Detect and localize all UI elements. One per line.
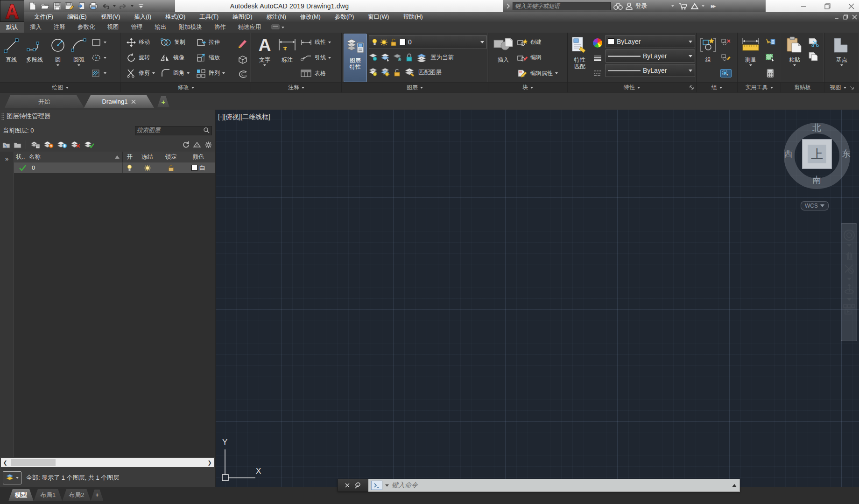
toggle-override-icon[interactable] — [193, 141, 201, 148]
menu-dimension[interactable]: 标注(N) — [260, 12, 293, 22]
open-file-icon[interactable] — [40, 1, 49, 11]
ribbon-tab-manage[interactable]: 管理 — [125, 22, 149, 33]
layer-unlock-icon[interactable] — [393, 68, 401, 77]
layer-thaw-icon[interactable] — [381, 68, 390, 77]
rectangle-button[interactable] — [90, 35, 114, 50]
signin-label[interactable]: 登录 — [635, 2, 647, 10]
refresh-icon[interactable] — [182, 141, 190, 148]
command-customize-icon[interactable] — [354, 482, 361, 489]
nav-wheel-dropdown[interactable] — [847, 244, 852, 247]
layer-combo[interactable]: 0 — [369, 35, 487, 49]
menu-edit[interactable]: 编辑(E) — [60, 12, 94, 22]
column-freeze[interactable]: 冻结 — [136, 153, 158, 161]
view-dialog-launcher[interactable] — [850, 85, 854, 90]
save-icon[interactable] — [52, 1, 62, 11]
edit-block-button[interactable]: 编辑 — [515, 50, 564, 65]
palette-hscrollbar[interactable]: ❮❯ — [0, 457, 215, 468]
new-group-filter-icon[interactable] — [14, 141, 21, 148]
ribbon-tab-home[interactable]: 默认 — [0, 22, 24, 33]
redo-icon[interactable] — [119, 1, 128, 11]
command-recent-dropdown[interactable] — [385, 484, 389, 487]
panel-label-block[interactable]: 块 — [488, 82, 567, 92]
command-history-toggle[interactable] — [732, 482, 737, 487]
layer-off-icon[interactable] — [369, 53, 378, 62]
erase-button[interactable] — [237, 38, 248, 48]
scroll-thumb[interactable] — [11, 459, 56, 466]
close-button[interactable] — [848, 3, 854, 9]
layer-freeze-small-icon[interactable] — [393, 53, 402, 62]
doc-minimize-button[interactable] — [834, 14, 839, 20]
insert-button[interactable]: 插入 — [491, 34, 515, 82]
arc-button[interactable]: 圆弧 — [68, 34, 90, 82]
layout2-tab[interactable]: 布局2 — [62, 489, 91, 501]
app-store-cart-icon[interactable] — [679, 3, 688, 10]
viewcube-north[interactable]: 北 — [812, 122, 821, 134]
viewcube-east[interactable]: 东 — [842, 148, 851, 160]
ribbon-tab-output[interactable]: 输出 — [149, 22, 173, 33]
group-button[interactable]: 组 — [698, 34, 718, 82]
panel-label-groups[interactable]: 组 — [697, 82, 737, 92]
measure-dropdown[interactable] — [749, 64, 752, 68]
menu-draw[interactable]: 绘图(D) — [225, 12, 259, 22]
navigation-bar[interactable] — [841, 223, 857, 341]
layer-properties-button[interactable]: 图层 特性 — [344, 34, 367, 82]
panel-label-utilities[interactable]: 实用工具 — [738, 82, 781, 92]
nav-orbit-dropdown[interactable] — [847, 298, 852, 301]
panel-label-clipboard[interactable]: 剪贴板 — [781, 82, 824, 92]
scale-button[interactable]: 缩放 — [195, 50, 236, 65]
layer-lock-small-icon[interactable] — [405, 53, 414, 62]
restore-button[interactable] — [824, 3, 831, 9]
delete-layer-icon[interactable] — [70, 141, 81, 148]
ribbon-tab-featured[interactable]: 精选应用 — [232, 22, 268, 33]
polyline-button[interactable]: 多段线 — [21, 34, 48, 82]
command-prompt-icon[interactable] — [371, 481, 382, 490]
column-name[interactable]: 名称 — [29, 153, 122, 161]
base-view-dropdown[interactable] — [840, 64, 843, 68]
layer-row-0[interactable]: 0 白 — [14, 162, 215, 173]
layer-freeze-toggle[interactable] — [136, 164, 158, 172]
layer-search-input[interactable]: 搜索图层 — [135, 126, 212, 135]
group-edit-icon[interactable] — [721, 54, 731, 61]
ribbon-display-toggle[interactable] — [271, 22, 284, 33]
invert-filter-icon[interactable] — [3, 471, 21, 484]
menu-modify[interactable]: 修改(M) — [293, 12, 328, 22]
menu-tools[interactable]: 工具(T) — [192, 12, 225, 22]
offset-button[interactable] — [237, 70, 248, 78]
file-tab-drawing1[interactable]: Drawing1 — [84, 95, 154, 108]
fillet-button[interactable]: 圆角 — [159, 66, 194, 81]
ucs-icon[interactable]: Y X — [216, 436, 272, 483]
app-logo[interactable] — [0, 0, 24, 22]
layer-name[interactable]: 0 — [29, 164, 122, 171]
copy-button[interactable]: 复制 — [159, 35, 194, 50]
command-line[interactable]: 键入命令 — [338, 479, 740, 492]
wcs-menu[interactable]: WCS — [801, 201, 829, 210]
doc-restore-button[interactable] — [843, 14, 848, 20]
signin-dropdown[interactable] — [671, 5, 674, 8]
command-line-grip[interactable] — [338, 479, 368, 492]
quick-select-icon[interactable] — [765, 38, 776, 46]
color-wheel-icon[interactable] — [593, 38, 602, 48]
help-search-input[interactable]: 键入关键字或短语 — [513, 2, 611, 10]
panel-label-annotate[interactable]: 注释 — [251, 82, 341, 92]
column-on[interactable]: 开 — [123, 153, 136, 161]
menu-format[interactable]: 格式(O) — [158, 12, 192, 22]
group-selection-toggle[interactable] — [720, 69, 732, 77]
redo-dropdown[interactable] — [131, 5, 134, 8]
line-button[interactable]: 直线 — [1, 34, 21, 82]
linetype-combo[interactable]: ByLayer — [605, 64, 695, 77]
set-current-button[interactable]: 置为当前 — [430, 54, 454, 62]
nav-orbit-icon[interactable] — [844, 283, 855, 295]
palette-titlebar[interactable]: 图层特性管理器 — [0, 110, 215, 123]
panel-label-draw[interactable]: 绘图 — [0, 82, 120, 92]
doc-close-button[interactable] — [852, 14, 857, 20]
trim-button[interactable]: 修剪 — [125, 66, 158, 81]
ellipse-button[interactable] — [90, 50, 114, 65]
circle-dropdown[interactable] — [56, 64, 59, 68]
drawing-canvas[interactable]: [-][俯视][二维线框] 上 北 南 西 东 WCS Y X — [216, 110, 859, 487]
nav-zoom-dropdown[interactable] — [847, 278, 852, 280]
nav-wheel-icon[interactable] — [843, 229, 855, 241]
calculator-icon[interactable] — [766, 69, 775, 78]
rotate-button[interactable]: 旋转 — [125, 50, 158, 65]
scroll-left-arrow[interactable]: ❮ — [1, 460, 9, 466]
linear-dim-button[interactable]: 线性 — [299, 35, 338, 50]
